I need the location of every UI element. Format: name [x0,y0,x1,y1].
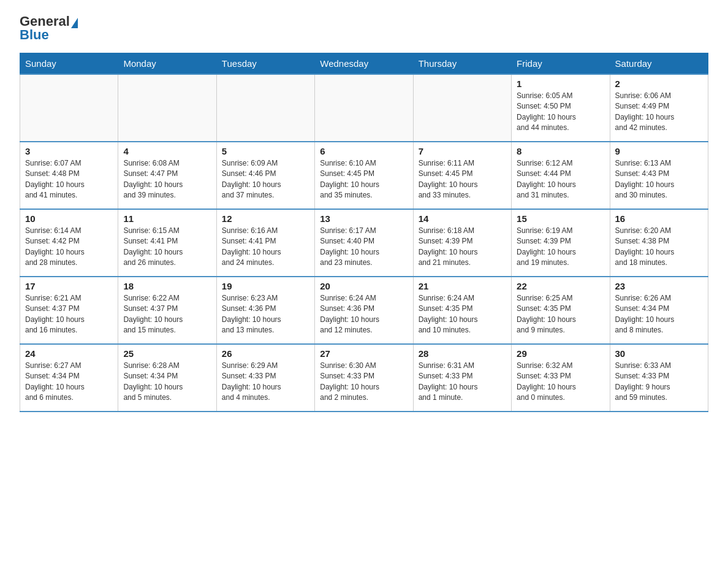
weekday-header-monday: Monday [118,53,216,75]
calendar-cell: 10Sunrise: 6:14 AM Sunset: 4:42 PM Dayli… [20,209,118,277]
calendar-cell: 13Sunrise: 6:17 AM Sunset: 4:40 PM Dayli… [315,209,413,277]
calendar-cell: 9Sunrise: 6:13 AM Sunset: 4:43 PM Daylig… [610,142,708,209]
day-number: 2 [615,79,703,89]
weekday-header-friday: Friday [512,53,610,75]
logo-blue-text: Blue [20,28,49,42]
calendar-cell: 16Sunrise: 6:20 AM Sunset: 4:38 PM Dayli… [610,209,708,277]
week-row-5: 24Sunrise: 6:27 AM Sunset: 4:34 PM Dayli… [20,344,708,412]
calendar-cell: 6Sunrise: 6:10 AM Sunset: 4:45 PM Daylig… [315,142,413,209]
day-number: 30 [615,348,703,359]
calendar-body: 1Sunrise: 6:05 AM Sunset: 4:50 PM Daylig… [20,74,708,412]
day-info: Sunrise: 6:15 AM Sunset: 4:41 PM Dayligh… [123,226,211,269]
day-info: Sunrise: 6:32 AM Sunset: 4:33 PM Dayligh… [517,361,604,404]
day-number: 24 [25,348,113,359]
calendar-cell: 7Sunrise: 6:11 AM Sunset: 4:45 PM Daylig… [413,142,511,209]
day-number: 6 [320,146,408,156]
weekday-header-wednesday: Wednesday [315,53,413,75]
calendar-cell: 27Sunrise: 6:30 AM Sunset: 4:33 PM Dayli… [315,344,413,412]
calendar-cell: 22Sunrise: 6:25 AM Sunset: 4:35 PM Dayli… [512,277,610,344]
day-number: 18 [123,281,211,291]
day-info: Sunrise: 6:17 AM Sunset: 4:40 PM Dayligh… [320,226,408,269]
weekday-header-tuesday: Tuesday [216,53,314,75]
weekday-header-saturday: Saturday [610,53,708,75]
calendar-cell: 5Sunrise: 6:09 AM Sunset: 4:46 PM Daylig… [216,142,314,209]
calendar-cell: 21Sunrise: 6:24 AM Sunset: 4:35 PM Dayli… [413,277,511,344]
day-number: 15 [517,213,604,224]
day-number: 27 [320,348,408,359]
day-number: 22 [517,281,604,291]
calendar-cell: 26Sunrise: 6:29 AM Sunset: 4:33 PM Dayli… [216,344,314,412]
day-number: 5 [222,146,309,156]
week-row-1: 1Sunrise: 6:05 AM Sunset: 4:50 PM Daylig… [20,74,708,142]
calendar-cell: 20Sunrise: 6:24 AM Sunset: 4:36 PM Dayli… [315,277,413,344]
week-row-2: 3Sunrise: 6:07 AM Sunset: 4:48 PM Daylig… [20,142,708,209]
day-info: Sunrise: 6:28 AM Sunset: 4:34 PM Dayligh… [123,361,211,404]
day-info: Sunrise: 6:24 AM Sunset: 4:35 PM Dayligh… [419,293,506,336]
day-number: 14 [419,213,506,224]
calendar-cell: 18Sunrise: 6:22 AM Sunset: 4:37 PM Dayli… [118,277,216,344]
calendar-cell: 19Sunrise: 6:23 AM Sunset: 4:36 PM Dayli… [216,277,314,344]
day-number: 13 [320,213,408,224]
day-info: Sunrise: 6:11 AM Sunset: 4:45 PM Dayligh… [419,158,506,201]
calendar-cell: 3Sunrise: 6:07 AM Sunset: 4:48 PM Daylig… [20,142,118,209]
calendar-cell: 24Sunrise: 6:27 AM Sunset: 4:34 PM Dayli… [20,344,118,412]
calendar-cell: 17Sunrise: 6:21 AM Sunset: 4:37 PM Dayli… [20,277,118,344]
day-number: 23 [615,281,703,291]
day-info: Sunrise: 6:21 AM Sunset: 4:37 PM Dayligh… [25,293,113,336]
day-number: 1 [517,79,604,89]
page-header: General Blue [20,15,708,42]
calendar-cell: 4Sunrise: 6:08 AM Sunset: 4:47 PM Daylig… [118,142,216,209]
logo-general-text: General [20,15,78,28]
day-info: Sunrise: 6:14 AM Sunset: 4:42 PM Dayligh… [25,226,113,269]
calendar-cell: 15Sunrise: 6:19 AM Sunset: 4:39 PM Dayli… [512,209,610,277]
day-number: 4 [123,146,211,156]
day-info: Sunrise: 6:12 AM Sunset: 4:44 PM Dayligh… [517,158,604,201]
day-number: 8 [517,146,604,156]
day-number: 9 [615,146,703,156]
calendar-cell: 2Sunrise: 6:06 AM Sunset: 4:49 PM Daylig… [610,74,708,142]
week-row-4: 17Sunrise: 6:21 AM Sunset: 4:37 PM Dayli… [20,277,708,344]
day-info: Sunrise: 6:08 AM Sunset: 4:47 PM Dayligh… [123,158,211,201]
day-info: Sunrise: 6:16 AM Sunset: 4:41 PM Dayligh… [222,226,309,269]
weekday-header-row: SundayMondayTuesdayWednesdayThursdayFrid… [20,53,708,75]
calendar-cell: 14Sunrise: 6:18 AM Sunset: 4:39 PM Dayli… [413,209,511,277]
calendar-cell: 25Sunrise: 6:28 AM Sunset: 4:34 PM Dayli… [118,344,216,412]
day-info: Sunrise: 6:25 AM Sunset: 4:35 PM Dayligh… [517,293,604,336]
calendar-cell [216,74,314,142]
day-info: Sunrise: 6:05 AM Sunset: 4:50 PM Dayligh… [517,91,604,134]
calendar-cell: 28Sunrise: 6:31 AM Sunset: 4:33 PM Dayli… [413,344,511,412]
day-info: Sunrise: 6:24 AM Sunset: 4:36 PM Dayligh… [320,293,408,336]
day-info: Sunrise: 6:23 AM Sunset: 4:36 PM Dayligh… [222,293,309,336]
calendar-cell: 23Sunrise: 6:26 AM Sunset: 4:34 PM Dayli… [610,277,708,344]
calendar-table: SundayMondayTuesdayWednesdayThursdayFrid… [20,53,708,412]
calendar-cell: 1Sunrise: 6:05 AM Sunset: 4:50 PM Daylig… [512,74,610,142]
day-number: 3 [25,146,113,156]
day-info: Sunrise: 6:09 AM Sunset: 4:46 PM Dayligh… [222,158,309,201]
day-number: 29 [517,348,604,359]
day-number: 7 [419,146,506,156]
day-number: 12 [222,213,309,224]
day-number: 26 [222,348,309,359]
calendar-cell: 11Sunrise: 6:15 AM Sunset: 4:41 PM Dayli… [118,209,216,277]
calendar-cell: 8Sunrise: 6:12 AM Sunset: 4:44 PM Daylig… [512,142,610,209]
calendar-cell [20,74,118,142]
day-info: Sunrise: 6:07 AM Sunset: 4:48 PM Dayligh… [25,158,113,201]
day-number: 25 [123,348,211,359]
day-info: Sunrise: 6:10 AM Sunset: 4:45 PM Dayligh… [320,158,408,201]
day-info: Sunrise: 6:26 AM Sunset: 4:34 PM Dayligh… [615,293,703,336]
week-row-3: 10Sunrise: 6:14 AM Sunset: 4:42 PM Dayli… [20,209,708,277]
calendar-cell [315,74,413,142]
weekday-header-sunday: Sunday [20,53,118,75]
logo: General Blue [20,15,78,42]
day-number: 28 [419,348,506,359]
day-info: Sunrise: 6:19 AM Sunset: 4:39 PM Dayligh… [517,226,604,269]
day-info: Sunrise: 6:20 AM Sunset: 4:38 PM Dayligh… [615,226,703,269]
day-number: 19 [222,281,309,291]
day-info: Sunrise: 6:27 AM Sunset: 4:34 PM Dayligh… [25,361,113,404]
day-number: 16 [615,213,703,224]
day-info: Sunrise: 6:31 AM Sunset: 4:33 PM Dayligh… [419,361,506,404]
day-info: Sunrise: 6:29 AM Sunset: 4:33 PM Dayligh… [222,361,309,404]
day-info: Sunrise: 6:18 AM Sunset: 4:39 PM Dayligh… [419,226,506,269]
day-info: Sunrise: 6:13 AM Sunset: 4:43 PM Dayligh… [615,158,703,201]
day-info: Sunrise: 6:30 AM Sunset: 4:33 PM Dayligh… [320,361,408,404]
